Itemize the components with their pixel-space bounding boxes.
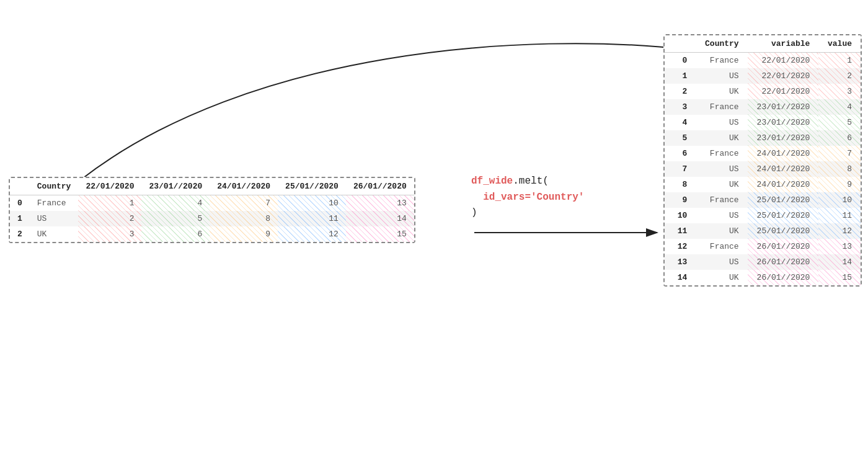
left-row-country: France (30, 195, 79, 212)
right-row-country: UK (696, 177, 747, 192)
right-row-country: France (696, 53, 747, 69)
right-row-idx: 2 (665, 84, 696, 99)
right-row-country: US (696, 115, 747, 130)
left-cell: 10 (278, 195, 346, 212)
right-row-variable: 26/01//2020 (748, 239, 819, 254)
left-row-country: US (30, 211, 79, 226)
right-row-value: 12 (818, 223, 861, 239)
right-row-country: UK (696, 223, 747, 239)
right-row-value: 15 (818, 270, 861, 285)
right-row-variable: 22/01/2020 (748, 84, 819, 99)
left-dataframe-table: Country 22/01/2020 23/01//2020 24/01//20… (10, 178, 414, 242)
right-row-idx: 11 (665, 223, 696, 239)
left-cell: 14 (346, 211, 414, 226)
right-row-value: 11 (818, 208, 861, 223)
right-row-value: 8 (818, 161, 861, 177)
left-row-idx: 0 (10, 195, 30, 212)
right-row-country: UK (696, 270, 747, 285)
right-row-idx: 9 (665, 192, 696, 208)
right-row-country: US (696, 208, 747, 223)
right-row-idx: 4 (665, 115, 696, 130)
right-th-value: value (818, 35, 861, 53)
right-row-idx: 8 (665, 177, 696, 192)
right-row-idx: 13 (665, 254, 696, 270)
left-cell: 5 (141, 211, 210, 226)
right-row-variable: 23/01//2020 (748, 130, 819, 146)
right-row-value: 6 (818, 130, 861, 146)
right-row-country: France (696, 192, 747, 208)
code-line3: ) (471, 207, 477, 218)
left-cell: 12 (278, 226, 346, 242)
right-row-country: France (696, 146, 747, 161)
left-row-country: UK (30, 226, 79, 242)
right-row-value: 13 (818, 239, 861, 254)
right-row-variable: 23/01//2020 (748, 115, 819, 130)
right-row-idx: 7 (665, 161, 696, 177)
left-th-col1: 22/01/2020 (78, 178, 141, 195)
right-th-variable: variable (748, 35, 819, 53)
right-row-country: UK (696, 130, 747, 146)
left-cell: 2 (78, 211, 141, 226)
right-row-country: US (696, 68, 747, 84)
right-row-idx: 6 (665, 146, 696, 161)
left-row-idx: 2 (10, 226, 30, 242)
left-th-col2: 23/01//2020 (141, 178, 210, 195)
left-cell: 15 (346, 226, 414, 242)
right-row-country: US (696, 161, 747, 177)
right-row-idx: 10 (665, 208, 696, 223)
left-cell: 6 (141, 226, 210, 242)
right-row-value: 3 (818, 84, 861, 99)
right-row-value: 5 (818, 115, 861, 130)
left-cell: 7 (210, 195, 278, 212)
code-line2: id_vars='Country' (471, 192, 584, 203)
right-row-value: 14 (818, 254, 861, 270)
right-row-value: 2 (818, 68, 861, 84)
left-th-col5: 26/01//2020 (346, 178, 414, 195)
right-row-idx: 3 (665, 99, 696, 115)
right-row-variable: 24/01//2020 (748, 146, 819, 161)
right-row-idx: 1 (665, 68, 696, 84)
right-row-variable: 23/01//2020 (748, 99, 819, 115)
right-row-variable: 25/01//2020 (748, 192, 819, 208)
left-cell: 3 (78, 226, 141, 242)
right-row-variable: 26/01//2020 (748, 254, 819, 270)
right-row-variable: 24/01//2020 (748, 161, 819, 177)
left-th-idx (10, 178, 30, 195)
right-row-variable: 25/01//2020 (748, 223, 819, 239)
right-row-idx: 5 (665, 130, 696, 146)
left-cell: 1 (78, 195, 141, 212)
left-cell: 4 (141, 195, 210, 212)
right-row-variable: 24/01//2020 (748, 177, 819, 192)
code-block: df_wide.melt( id_vars='Country' ) (471, 174, 584, 221)
right-row-country: France (696, 99, 747, 115)
right-row-idx: 12 (665, 239, 696, 254)
code-line1: df_wide (471, 176, 513, 187)
right-row-idx: 14 (665, 270, 696, 285)
right-row-value: 9 (818, 177, 861, 192)
left-cell: 13 (346, 195, 414, 212)
left-table-wrapper: Country 22/01/2020 23/01//2020 24/01//20… (9, 177, 415, 243)
main-container: Country 22/01/2020 23/01//2020 24/01//20… (0, 0, 868, 459)
right-row-country: US (696, 254, 747, 270)
left-th-country: Country (30, 178, 79, 195)
left-cell: 8 (210, 211, 278, 226)
right-row-variable: 22/01/2020 (748, 68, 819, 84)
code-method: .melt( (513, 176, 549, 187)
right-dataframe-table: Country variable value 0 France 22/01/20… (665, 35, 861, 285)
right-row-country: France (696, 239, 747, 254)
right-table-wrapper: Country variable value 0 France 22/01/20… (663, 34, 862, 287)
left-th-col3: 24/01//2020 (210, 178, 278, 195)
left-row-idx: 1 (10, 211, 30, 226)
right-row-variable: 26/01//2020 (748, 270, 819, 285)
right-row-value: 7 (818, 146, 861, 161)
left-cell: 11 (278, 211, 346, 226)
left-cell: 9 (210, 226, 278, 242)
right-row-variable: 25/01//2020 (748, 208, 819, 223)
right-row-value: 1 (818, 53, 861, 69)
left-th-col4: 25/01//2020 (278, 178, 346, 195)
right-th-country: Country (696, 35, 747, 53)
right-row-variable: 22/01/2020 (748, 53, 819, 69)
right-row-country: UK (696, 84, 747, 99)
right-th-idx (665, 35, 696, 53)
right-row-value: 4 (818, 99, 861, 115)
